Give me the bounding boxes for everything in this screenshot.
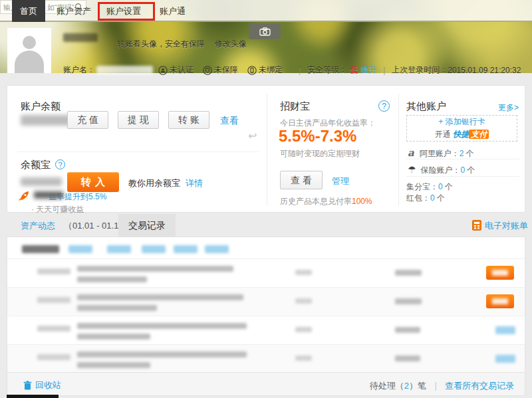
open-quickpay-line[interactable]: 开通 快捷支付 — [407, 128, 517, 141]
records-tab-bar: 资产动态 （01.01 - 01.12） 交易记录 电子对账单 — [0, 214, 532, 237]
phone-circle-icon — [247, 66, 257, 75]
redacted-promo-text — [34, 191, 63, 199]
tab-transaction-records[interactable]: 交易记录 — [118, 214, 176, 237]
redacted-date — [37, 268, 70, 274]
redacted-status — [295, 327, 312, 332]
jifenbao-row[interactable]: 集分宝：0 个 — [406, 181, 453, 193]
redacted-date — [37, 326, 70, 332]
zhaocaibao-title: 招财宝 — [280, 100, 310, 113]
bottom-edge-fragment — [7, 395, 59, 398]
redacted-status — [295, 270, 312, 275]
badge-unprotected-label: 未保障 — [214, 64, 238, 76]
zhaocaibao-view-button[interactable]: 查看 — [280, 171, 323, 189]
transaction-row[interactable] — [7, 287, 525, 316]
yuebao-teach-text: 教你用余额宝 — [128, 177, 180, 189]
redacted-amount — [395, 355, 420, 361]
hongbao-row[interactable]: 红包：0 个 — [406, 193, 445, 204]
tab-asset-activity[interactable]: 资产动态 — [21, 220, 55, 232]
view-all-transactions-link[interactable]: 查看所有交易记录 — [445, 381, 514, 391]
insurance-account-label: 保险账户： — [421, 165, 461, 175]
badge-unprotected[interactable]: 未保障 — [203, 64, 238, 76]
statement-link[interactable]: 电子对账单 — [485, 221, 528, 231]
redacted-action-button[interactable] — [486, 266, 514, 280]
jifenbao-label: 集分宝： — [406, 182, 438, 191]
security-level-value: 低 — [350, 64, 358, 76]
transaction-row[interactable] — [7, 258, 525, 287]
security-level-label: 安全等级： — [307, 64, 347, 76]
refresh-return-icon[interactable]: ↩ — [248, 130, 257, 142]
zhaocaibao-footer-value: 100% — [352, 197, 372, 206]
pending-summary: 待处理（2）笔 ｜ 查看所有交易记录 — [370, 380, 514, 392]
withdraw-button[interactable]: 提现 — [118, 111, 159, 129]
redacted-amount — [395, 298, 422, 304]
badge-unverified-label: 未认证 — [170, 64, 194, 76]
redacted-filter-link[interactable] — [68, 245, 92, 253]
other-accounts-title: 其他账户 — [406, 100, 446, 113]
jifenbao-count: 0 — [438, 182, 443, 191]
security-upgrade-link[interactable]: 提升 — [360, 64, 376, 76]
last-login-time: 2015.01.09 21:20:32 — [448, 66, 521, 75]
redacted-action-button[interactable] — [486, 294, 514, 308]
redacted-user-name — [63, 33, 98, 42]
ali-account-row[interactable]: a阿里账户：2 个 — [408, 147, 474, 159]
open-label: 开通 — [435, 130, 451, 139]
ali-logo-icon: a — [408, 147, 414, 159]
badge-unbound-label: 未绑定 — [259, 64, 283, 76]
nav-item-account-assets[interactable]: 账户资产 — [57, 0, 91, 22]
redacted-filter-link[interactable] — [107, 245, 131, 253]
row-divider — [406, 176, 519, 177]
edit-avatar-link[interactable]: 修改头像 — [215, 39, 247, 49]
unit: 个 — [445, 182, 453, 191]
redacted-status — [295, 298, 312, 304]
redacted-balance-amount — [21, 115, 72, 126]
yuebao-help-icon[interactable]: ? — [55, 159, 65, 169]
umbrella-icon: ☂ — [408, 164, 416, 175]
badge-unverified[interactable]: 未认证 — [158, 64, 194, 76]
yuebao-title: 余额宝 — [21, 159, 51, 171]
change-banner-camera-button[interactable] — [249, 24, 281, 39]
row-divider — [406, 159, 519, 159]
recharge-button[interactable]: 充值 — [67, 111, 108, 129]
redacted-amount — [395, 327, 420, 333]
redacted-description — [77, 305, 157, 311]
add-bank-card-box[interactable]: + 添加银行卡 开通 快捷支付 — [406, 115, 517, 142]
annotation-red-box — [98, 2, 155, 21]
column-divider — [267, 94, 267, 205]
yuebao-transfer-in-button[interactable]: 转入 — [67, 172, 119, 192]
redacted-filter-link[interactable] — [174, 245, 198, 253]
insurance-account-row[interactable]: ☂保险账户：0 个 — [408, 164, 475, 176]
avatar-tip-text: 转账看头像，安全有保障 — [117, 39, 205, 49]
balance-view-link[interactable]: 查看 — [220, 115, 239, 127]
transaction-row[interactable] — [7, 344, 525, 373]
avatar[interactable] — [7, 28, 51, 73]
redacted-action-link[interactable] — [495, 355, 515, 363]
redacted-filter-link[interactable] — [142, 245, 166, 253]
redacted-button-label — [492, 270, 508, 276]
account-overview-panel: 账户余额 充值 提现 转账 查看 ↩ 余额宝 ? 转入 教你用余额宝 详情 益率… — [7, 85, 525, 213]
recycle-bin-link[interactable]: 回收站 — [23, 379, 61, 391]
transaction-row[interactable] — [7, 316, 525, 344]
transfer-button[interactable]: 转账 — [168, 111, 209, 129]
redacted-action-link[interactable] — [495, 326, 515, 334]
nav-item-home[interactable]: 首页 — [12, 0, 45, 22]
yuebao-promo2: · 天天可赚收益 — [31, 204, 84, 215]
zhaocaibao-help-icon[interactable]: ? — [378, 100, 390, 112]
column-divider — [398, 94, 399, 205]
ali-account-label: 阿里账户： — [420, 149, 460, 158]
badge-unbound[interactable]: 未绑定 — [247, 64, 283, 76]
rocket-icon — [18, 189, 30, 201]
redacted-description — [77, 334, 150, 340]
redacted-filter-link[interactable] — [205, 245, 229, 253]
redacted-yuebao-amount — [21, 177, 62, 186]
last-login-label: 上次登录时间： — [392, 64, 448, 76]
nav-item-account-tong[interactable]: 账户通 — [160, 0, 186, 22]
add-bank-card-link[interactable]: + 添加银行卡 — [407, 116, 517, 128]
unit: 个 — [467, 165, 475, 175]
transactions-table — [7, 237, 525, 372]
redacted-button-label — [492, 298, 508, 304]
zhaocaibao-rate: 5.5%-7.3% — [279, 127, 356, 146]
more-link[interactable]: 更多> — [498, 102, 519, 114]
yuebao-detail-link[interactable]: 详情 — [186, 177, 203, 189]
redacted-description — [77, 294, 243, 300]
zhaocaibao-manage-link[interactable]: 管理 — [332, 175, 349, 187]
